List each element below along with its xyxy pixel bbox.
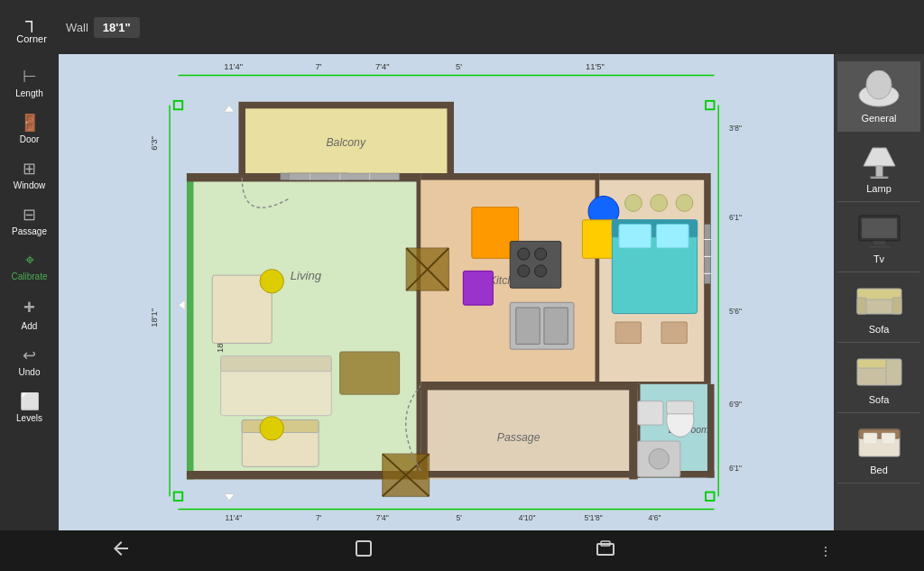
undo-label: Undo — [19, 367, 41, 377]
svg-point-55 — [535, 248, 547, 260]
wall-value[interactable]: 18'1" — [94, 17, 140, 38]
measure-bottom-6: 5'1'8" — [584, 513, 602, 522]
svg-rect-105 — [864, 433, 877, 444]
floor-plan-svg: 11'4" 7' 7'4" 5' 11'5" 6'3" 18'1" 3'8" 6… — [59, 54, 834, 530]
sidebar-item-undo[interactable]: ↩ Undo — [4, 340, 56, 382]
svg-rect-65 — [615, 322, 641, 344]
tv-label: Tv — [873, 253, 884, 264]
sofa2-label: Sofa — [869, 394, 890, 405]
levels-label: Levels — [16, 413, 42, 423]
calibrate-label: Calibrate — [11, 272, 47, 281]
svg-point-88 — [866, 70, 892, 99]
top-toolbar: ┐ Corner Wall 18'1" — [0, 0, 924, 54]
svg-rect-52 — [463, 271, 493, 305]
home-button[interactable] — [335, 530, 393, 571]
svg-rect-106 — [882, 433, 895, 444]
corner-tool[interactable]: ┐ Corner — [9, 11, 54, 44]
sidebar-item-calibrate[interactable]: ⌖ Calibrate — [4, 245, 56, 287]
bottom-nav: ⋮ — [0, 530, 924, 571]
measure-bottom-7: 4'6" — [648, 513, 661, 522]
measure-right-4: 6'9" — [729, 400, 742, 409]
right-item-sofa1[interactable]: Sofa — [837, 272, 920, 343]
right-item-tv[interactable]: Tv — [837, 202, 920, 272]
svg-rect-72 — [638, 401, 663, 425]
lamp-label: Lamp — [866, 183, 892, 194]
svg-point-67 — [625, 195, 642, 212]
svg-point-40 — [260, 417, 283, 440]
svg-rect-90 — [876, 166, 882, 177]
sofa1-label: Sofa — [869, 324, 890, 335]
svg-rect-93 — [862, 218, 897, 238]
passage-icon: ⊟ — [23, 205, 36, 225]
svg-rect-53 — [510, 241, 561, 288]
svg-rect-23 — [599, 173, 710, 180]
right-item-lamp[interactable]: Lamp — [837, 132, 920, 202]
svg-rect-33 — [420, 382, 637, 390]
general-preview — [852, 69, 906, 109]
right-item-general[interactable]: General — [837, 61, 920, 132]
sidebar-item-window[interactable]: ⊞ Window — [4, 153, 56, 196]
levels-icon: ⬜ — [20, 391, 40, 411]
bed-label: Bed — [870, 465, 888, 475]
back-button[interactable] — [92, 530, 150, 571]
svg-rect-102 — [886, 359, 901, 385]
window-label: Window — [14, 180, 46, 190]
general-label: General — [861, 113, 896, 124]
left-sidebar: ⊢ Length 🚪 Door ⊞ Window ⊟ Passage ⌖ Cal… — [0, 54, 59, 530]
svg-point-39 — [260, 270, 283, 293]
svg-rect-95 — [868, 245, 891, 248]
measure-right-1: 3'8" — [729, 124, 742, 133]
sidebar-item-length[interactable]: ⊢ Length — [4, 61, 56, 104]
sofa2-preview — [852, 350, 906, 391]
door-icon: 🚪 — [20, 113, 40, 133]
svg-rect-101 — [857, 359, 889, 368]
door-label: Door — [20, 134, 40, 144]
measure-bottom-5: 4'10" — [519, 513, 536, 522]
svg-point-56 — [518, 265, 530, 277]
right-item-sofa2[interactable]: Sofa — [837, 343, 920, 413]
svg-rect-107 — [356, 541, 371, 556]
right-item-bed[interactable]: Bed — [837, 413, 920, 484]
passage-label: Passage — [12, 226, 47, 236]
svg-rect-60 — [544, 308, 568, 345]
add-icon: + — [23, 296, 35, 319]
svg-rect-20 — [420, 173, 599, 180]
bed-preview — [852, 420, 906, 461]
canvas-area[interactable]: 11'4" 7' 7'4" 5' 11'5" 6'3" 18'1" 3'8" 6… — [59, 54, 834, 530]
calibrate-icon: ⌖ — [25, 251, 34, 270]
svg-point-68 — [651, 195, 668, 212]
wall-label: Wall — [66, 21, 88, 34]
sidebar-item-passage[interactable]: ⊟ Passage — [4, 199, 56, 242]
add-label: Add — [22, 321, 38, 331]
svg-rect-66 — [661, 322, 687, 344]
measure-left-2: 18'1" — [149, 309, 159, 327]
svg-rect-34 — [629, 382, 637, 479]
svg-rect-42 — [221, 356, 332, 372]
svg-point-69 — [676, 195, 693, 212]
svg-rect-79 — [704, 225, 711, 284]
measure-bottom-4: 5' — [456, 513, 462, 522]
sidebar-item-door[interactable]: 🚪 Door — [4, 107, 56, 150]
svg-rect-99 — [892, 298, 901, 314]
measure-right-5: 6'1" — [729, 464, 742, 473]
measure-top-4: 5' — [456, 61, 462, 71]
window-icon: ⊞ — [23, 159, 36, 179]
corner-label: Corner — [16, 33, 47, 44]
right-sidebar: General Lamp Tv — [834, 54, 924, 530]
more-button[interactable]: ⋮ — [819, 544, 832, 558]
length-label: Length — [15, 88, 43, 98]
measure-bottom-2: 7' — [316, 513, 322, 522]
sofa1-preview — [852, 280, 906, 320]
recent-button[interactable] — [577, 530, 634, 571]
measure-left-1: 6'3" — [149, 136, 159, 151]
sidebar-item-add[interactable]: + Add — [4, 290, 56, 336]
measure-top-2: 7' — [316, 61, 322, 71]
svg-rect-83 — [289, 173, 400, 180]
svg-marker-89 — [864, 148, 895, 166]
length-icon: ⊢ — [23, 67, 37, 87]
measure-bottom-1: 11'4" — [225, 513, 242, 522]
svg-point-57 — [535, 265, 547, 277]
svg-rect-37 — [340, 352, 400, 394]
sidebar-item-levels[interactable]: ⬜ Levels — [4, 386, 56, 428]
svg-rect-63 — [619, 225, 651, 248]
